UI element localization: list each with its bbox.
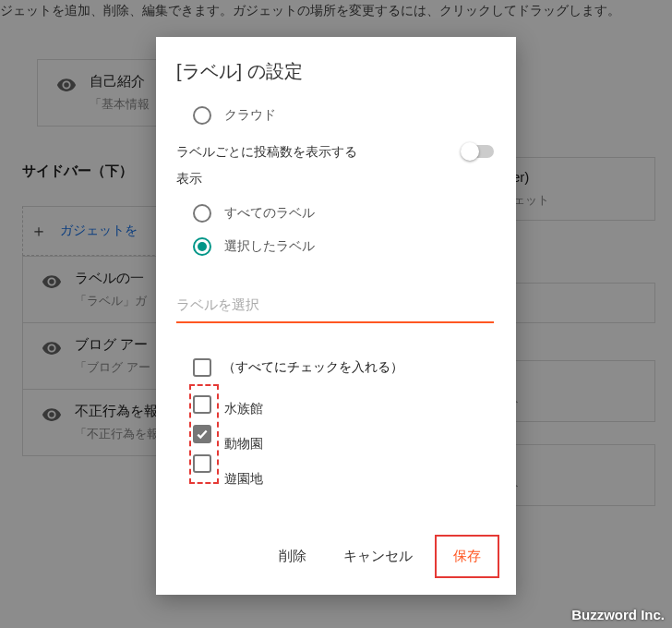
credit-text: Buzzword Inc. (571, 607, 665, 622)
radio-option-all-labels[interactable]: すべてのラベル (176, 197, 494, 230)
annotation-highlight-box (189, 384, 219, 484)
cancel-button[interactable]: キャンセル (329, 538, 427, 574)
checkbox-icon (193, 358, 211, 377)
radio-label: クラウド (224, 107, 276, 124)
label-select-input[interactable]: ラベルを選択 (176, 289, 494, 323)
dialog-body[interactable]: クラウド ラベルごとに投稿数を表示する 表示 すべてのラベル 選択したラベル ラ… (156, 99, 516, 522)
radio-icon (193, 106, 211, 125)
check-all-row[interactable]: （すべてにチェックを入れる） (176, 351, 494, 384)
label-checkbox-amusement[interactable] (193, 449, 215, 478)
label-text: 水族館 (224, 392, 263, 427)
checkbox-icon (193, 395, 211, 414)
radio-option-selected-labels[interactable]: 選択したラベル (176, 230, 494, 263)
show-section-label: 表示 (176, 171, 494, 187)
checkbox-icon-checked (193, 425, 211, 443)
label-checkbox-zoo[interactable] (193, 419, 215, 449)
radio-icon (193, 204, 211, 223)
post-count-toggle[interactable] (462, 145, 494, 158)
check-all-label: （すべてにチェックを入れる） (222, 359, 403, 376)
radio-option-cloud[interactable]: クラウド (176, 99, 494, 132)
radio-label: 選択したラベル (224, 238, 315, 255)
annotation-save-highlight: 保存 (435, 535, 499, 578)
label-text: 動物園 (224, 427, 263, 462)
toggle-label: ラベルごとに投稿数を表示する (176, 141, 357, 163)
radio-label: すべてのラベル (224, 205, 315, 222)
toggle-knob-icon (461, 142, 479, 161)
checkbox-icon (193, 454, 211, 473)
save-button[interactable]: 保存 (438, 538, 496, 574)
dialog-title: [ラベル] の設定 (156, 37, 516, 99)
label-checkbox-aquarium[interactable] (193, 390, 215, 419)
dialog-footer: 削除 キャンセル 保存 (156, 522, 516, 595)
label-text: 遊園地 (224, 462, 263, 497)
label-settings-dialog: [ラベル] の設定 クラウド ラベルごとに投稿数を表示する 表示 すべてのラベル… (156, 37, 516, 595)
radio-icon-selected (193, 237, 211, 256)
delete-button[interactable]: 削除 (264, 538, 321, 574)
